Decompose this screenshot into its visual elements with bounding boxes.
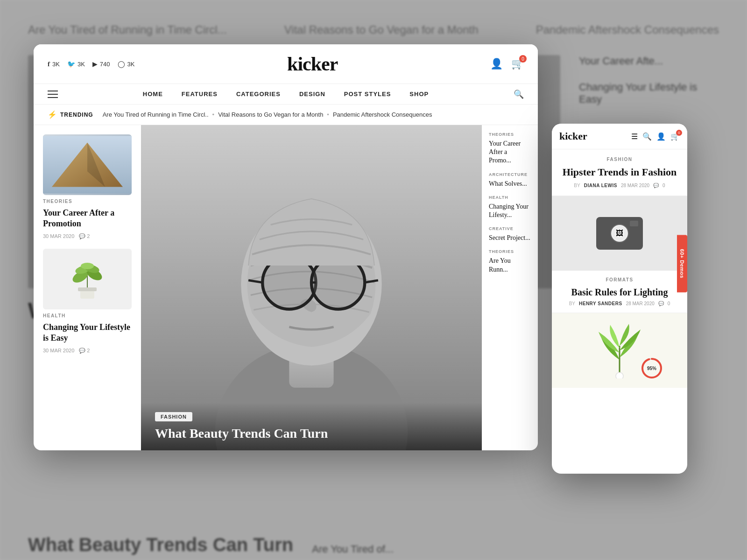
right-cat-3: HEALTH <box>489 195 531 200</box>
right-column: THEORIES Your Career After a Promo... AR… <box>482 125 538 450</box>
mobile-camera-author: HENRY SANDERS <box>579 301 622 306</box>
hamburger-button[interactable] <box>48 91 58 98</box>
nav-design[interactable]: DESIGN <box>299 91 325 98</box>
site-logo[interactable]: kicker <box>287 53 338 75</box>
right-cat-1: THEORIES <box>489 132 531 137</box>
trending-item-3[interactable]: Pandemic Aftershock Consequences <box>333 111 432 118</box>
progress-text: 95% <box>647 365 656 371</box>
nav-categories[interactable]: CATEGORIES <box>236 91 281 98</box>
trending-item-1[interactable]: Are You Tired of Running in Time Circl.. <box>103 111 209 118</box>
article-1-category: THEORIES <box>43 199 132 204</box>
twitter-link[interactable]: 🐦 3K <box>67 60 85 68</box>
bg-side-title-2: Changing Your Lifestyle is Easy <box>579 81 719 105</box>
cart-count: 0 <box>519 55 527 63</box>
nav-home[interactable]: HOME <box>143 91 163 98</box>
mobile-modal: kicker ☰ 🔍 👤 🛒 0 FASHION Hipster Trends … <box>552 124 687 474</box>
mobile-user-icon[interactable]: 👤 <box>656 132 666 141</box>
instagram-count: 3K <box>127 61 135 68</box>
right-card-3: HEALTH Changing Your Lifesty... <box>489 195 531 219</box>
twitter-count: 3K <box>78 61 85 68</box>
article-2-title[interactable]: Changing Your Lifestyle is Easy <box>43 322 132 344</box>
instagram-link[interactable]: ◯ 3K <box>118 60 135 68</box>
nav-post-styles[interactable]: POST STYLES <box>344 91 391 98</box>
youtube-icon: ▶ <box>92 60 98 68</box>
featured-image: FASHION What Beauty Trends Can Turn <box>141 125 482 450</box>
mobile-camera-author-line: BY HENRY SANDERS 28 MAR 2020 💬 0 <box>559 301 680 306</box>
trending-sep-1: • <box>212 111 215 118</box>
article-card-1: THEORIES Your Career After a Promotion 3… <box>43 134 132 239</box>
article-1-comments: 💬 2 <box>79 233 90 239</box>
svg-rect-4 <box>78 287 97 291</box>
desktop-body: THEORIES Your Career After a Promotion 3… <box>34 125 538 450</box>
article-1-title[interactable]: Your Career After a Promotion <box>43 208 132 230</box>
mobile-header: kicker ☰ 🔍 👤 🛒 0 <box>552 124 687 149</box>
svg-point-10 <box>81 263 94 269</box>
bg-bottom-title: What Beauty Trends Can Turn <box>28 534 293 555</box>
bg-article-2: Vital Reasons to Go Vegan for a Month <box>284 23 479 36</box>
mobile-search-icon[interactable]: 🔍 <box>642 132 652 141</box>
article-card-2: HEALTH Changing Your Lifestyle is Easy 3… <box>43 249 132 354</box>
mobile-camera-comments: 0 <box>668 301 670 306</box>
mobile-featured-category: FASHION <box>559 157 680 162</box>
cart-button[interactable]: 🛒 0 <box>511 58 524 70</box>
right-card-2: ARCHITECTURE What Solves... <box>489 172 531 188</box>
right-cat-5: THEORIES <box>489 249 531 254</box>
nav-shop[interactable]: SHOP <box>409 91 429 98</box>
right-title-3[interactable]: Changing Your Lifesty... <box>489 203 531 219</box>
article-1-date: 30 MAR 2020 <box>43 233 74 239</box>
mobile-hamburger-icon[interactable]: ☰ <box>631 132 638 141</box>
bg-article-1: Are You Tired of Running in Time Circl..… <box>28 23 227 36</box>
trending-icon: ⚡ <box>48 110 57 119</box>
trending-item-2[interactable]: Vital Reasons to Go Vegan for a Month <box>218 111 323 118</box>
mobile-body: FASHION Hipster Trends in Fashion BY DIA… <box>552 149 687 474</box>
bg-bottom: What Beauty Trends Can Turn Are You Tire… <box>0 525 747 560</box>
mobile-camera-title[interactable]: Basic Rules for Lighting <box>559 286 680 298</box>
mobile-cart-button[interactable]: 🛒 0 <box>670 132 680 141</box>
right-cat-4: CREATIVE <box>489 226 531 231</box>
featured-title[interactable]: What Beauty Trends Can Turn <box>155 426 468 441</box>
nav-features[interactable]: FEATURES <box>182 91 218 98</box>
mobile-comment-icon: 💬 <box>653 183 659 188</box>
youtube-link[interactable]: ▶ 740 <box>92 60 110 68</box>
article-2-comments: 💬 2 <box>79 348 90 354</box>
mobile-featured-section: FASHION Hipster Trends in Fashion BY DIA… <box>552 149 687 196</box>
right-title-5[interactable]: Are You Runn... <box>489 257 531 273</box>
by-label-2: BY <box>569 301 575 306</box>
svg-point-21 <box>616 372 623 378</box>
bg-bottom-side: Are You Tired of... <box>312 543 394 555</box>
article-1-image <box>43 134 132 195</box>
right-title-1[interactable]: Your Career After a Promo... <box>489 140 531 165</box>
center-column: FASHION What Beauty Trends Can Turn <box>141 125 482 450</box>
article-2-image <box>43 249 132 309</box>
mobile-camera-comment-icon: 💬 <box>658 301 664 306</box>
mobile-comments: 0 <box>662 183 665 188</box>
facebook-count: 3K <box>52 61 60 68</box>
mobile-camera-section: FORMATS Basic Rules for Lighting BY HENR… <box>552 271 687 313</box>
right-cat-2: ARCHITECTURE <box>489 172 531 177</box>
trending-sep-2: • <box>327 111 329 118</box>
comment-icon-1: 💬 <box>79 233 85 239</box>
mobile-nav-icons: ☰ 🔍 👤 🛒 0 <box>631 132 680 141</box>
left-column: THEORIES Your Career After a Promotion 3… <box>34 125 141 450</box>
mobile-author-line: BY DIANA LEWIS 28 MAR 2020 💬 0 <box>559 183 680 188</box>
desktop-modal: 𝐟 3K 🐦 3K ▶ 740 ◯ 3K kicker 👤 🛒 0 <box>34 44 538 450</box>
article-1-meta: 30 MAR 2020 💬 2 <box>43 233 132 239</box>
header-actions: 👤 🛒 0 <box>490 58 524 70</box>
right-card-5: THEORIES Are You Runn... <box>489 249 531 273</box>
right-title-4[interactable]: Secret Project... <box>489 234 531 242</box>
trending-label: ⚡ TRENDING <box>48 110 93 119</box>
mobile-logo[interactable]: kicker <box>559 130 627 142</box>
facebook-link[interactable]: 𝐟 3K <box>48 60 60 68</box>
user-icon[interactable]: 👤 <box>490 58 503 70</box>
instagram-icon: ◯ <box>118 60 125 68</box>
demos-tab[interactable]: 60+ Demos <box>677 235 687 293</box>
plant-image <box>43 249 132 309</box>
right-card-1: THEORIES Your Career After a Promo... <box>489 132 531 165</box>
right-title-2[interactable]: What Solves... <box>489 180 531 188</box>
search-icon[interactable]: 🔍 <box>514 89 524 99</box>
facebook-icon: 𝐟 <box>48 60 50 68</box>
mobile-camera-date: 28 MAR 2020 <box>626 301 655 306</box>
featured-category: FASHION <box>155 412 192 421</box>
mobile-featured-title[interactable]: Hipster Trends in Fashion <box>559 166 680 179</box>
article-2-category: HEALTH <box>43 313 132 318</box>
